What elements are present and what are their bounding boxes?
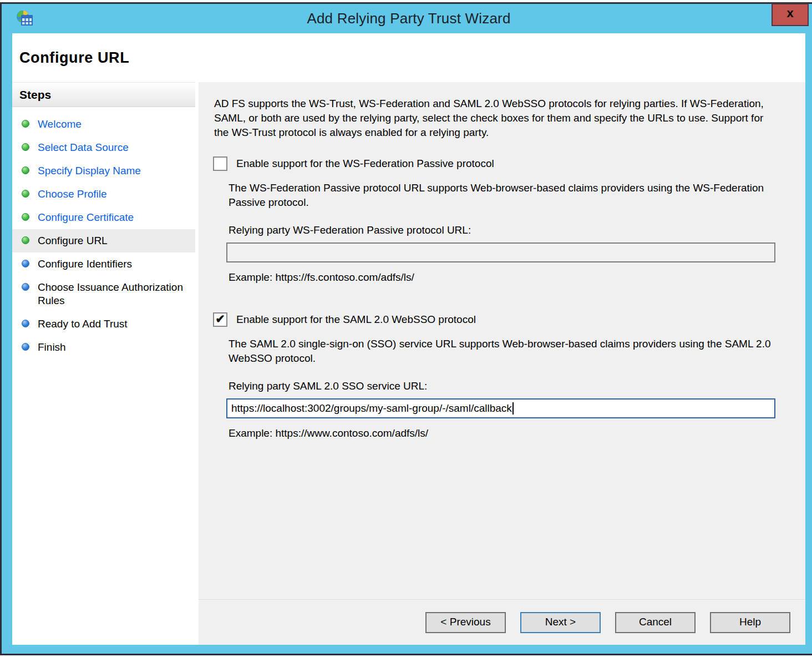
step-configure-identifiers[interactable]: Configure Identifiers <box>12 252 195 276</box>
step-completed-icon <box>22 120 29 128</box>
saml-description: The SAML 2.0 single-sign-on (SSO) servic… <box>229 337 775 366</box>
wsfed-enable-checkbox-label: Enable support for the WS-Federation Pas… <box>236 158 494 170</box>
step-upcoming-icon <box>22 320 29 327</box>
adfs-app-icon <box>16 9 33 27</box>
step-configure-certificate[interactable]: Configure Certificate <box>12 206 195 229</box>
text-cursor <box>512 402 514 415</box>
page-title: Configure URL <box>19 49 129 67</box>
cancel-button[interactable]: Cancel <box>615 612 696 633</box>
step-upcoming-icon <box>22 343 29 351</box>
steps-heading: Steps <box>12 82 195 107</box>
saml-example-text: Example: https://www.contoso.com/adfs/ls… <box>229 427 775 439</box>
help-button[interactable]: Help <box>710 612 790 633</box>
step-configure-url[interactable]: Configure URL <box>12 229 195 252</box>
step-ready-to-add-trust[interactable]: Ready to Add Trust <box>12 312 195 336</box>
wizard-window: Add Relying Party Trust Wizard x Configu… <box>0 2 812 655</box>
wsfed-url-label: Relying party WS-Federation Passive prot… <box>229 224 775 236</box>
intro-text: AD FS supports the WS-Trust, WS-Federati… <box>214 97 775 140</box>
wizard-buttons: < Previous Next > Cancel Help <box>425 612 790 633</box>
step-select-data-source[interactable]: Select Data Source <box>12 136 195 159</box>
step-completed-icon <box>22 166 29 174</box>
main-panel: AD FS supports the WS-Trust, WS-Federati… <box>199 82 805 645</box>
step-specify-display-name[interactable]: Specify Display Name <box>12 159 195 183</box>
wsfed-enable-checkbox[interactable] <box>213 156 227 171</box>
step-completed-icon <box>22 213 29 221</box>
saml-url-label: Relying party SAML 2.0 SSO service URL: <box>229 380 775 392</box>
step-upcoming-icon <box>22 260 29 267</box>
footer-divider <box>199 599 805 600</box>
page-header: Configure URL <box>12 33 805 82</box>
previous-button[interactable]: < Previous <box>425 612 506 633</box>
window-title: Add Relying Party Trust Wizard <box>12 10 805 27</box>
saml-enable-checkbox[interactable]: ✔ <box>213 312 227 327</box>
wsfed-example-text: Example: https://fs.contoso.com/adfs/ls/ <box>229 271 775 284</box>
wsfed-url-input[interactable] <box>226 242 775 262</box>
step-choose-profile[interactable]: Choose Profile <box>12 183 195 206</box>
next-button[interactable]: Next > <box>520 612 601 633</box>
saml-url-input[interactable]: https://localhost:3002/groups/my-saml-gr… <box>226 398 775 418</box>
step-welcome[interactable]: Welcome <box>12 113 195 136</box>
saml-url-value: https://localhost:3002/groups/my-saml-gr… <box>231 402 512 415</box>
check-icon: ✔ <box>215 313 225 325</box>
screen: Add Relying Party Trust Wizard x Configu… <box>0 0 812 657</box>
wsfed-description: The WS-Federation Passive protocol URL s… <box>229 181 775 210</box>
step-finish[interactable]: Finish <box>12 336 195 359</box>
step-completed-icon <box>22 190 29 198</box>
steps-sidebar: Steps Welcome Select Data Source Spec <box>12 82 195 645</box>
step-completed-icon <box>22 143 29 151</box>
step-current-icon <box>22 236 29 244</box>
steps-list: Welcome Select Data Source Specify Displ… <box>12 113 195 359</box>
step-upcoming-icon <box>22 283 29 291</box>
titlebar[interactable]: Add Relying Party Trust Wizard x <box>12 4 805 33</box>
close-button[interactable]: x <box>772 3 809 26</box>
step-choose-issuance-authorization-rules[interactable]: Choose Issuance Authorization Rules <box>12 276 195 312</box>
saml-enable-checkbox-label: Enable support for the SAML 2.0 WebSSO p… <box>236 314 476 326</box>
